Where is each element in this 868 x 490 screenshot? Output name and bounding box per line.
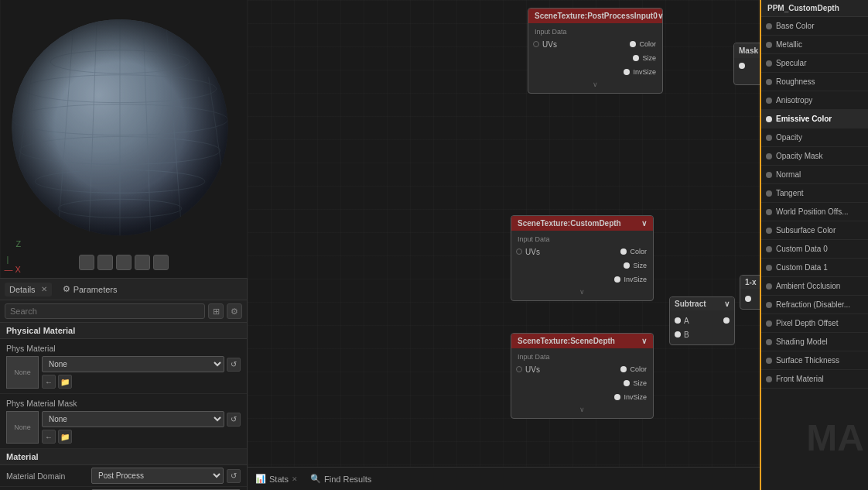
subtract-collapse[interactable]: ∨ [724,300,730,308]
mask-rgb-header: Mask ( R G B ) ∨ [734,43,760,58]
output-emissive-color[interactable]: Emissive Color [761,110,868,128]
blend-mode-row: Blend Mode Opaque [0,487,247,490]
metallic-pin [766,42,772,48]
tab-details-label: Details [9,285,36,294]
svg-text:— X: — X [4,265,21,274]
node-custom-depth-body: Input Data UVs Color Size InvSize ∨ [511,231,653,300]
app-container: Z | — X Details ✕ ⚙ P [0,0,868,490]
node-uvs-row: UVs Color [528,37,662,51]
node-invsize-row: InvSize [528,65,662,79]
world-position-label: World Position Offs... [776,207,849,216]
output-pixel-depth[interactable]: Pixel Depth Offset [761,314,868,333]
phys-material-mask-back-btn[interactable]: ← [42,430,56,444]
custom-data-0-label: Custom Data 0 [776,245,828,253]
find-results-tab[interactable]: 🔍 Find Results [310,474,371,484]
output-world-position[interactable]: World Position Offs... [761,203,868,221]
preview-btn-5[interactable] [153,255,169,270]
svg-text:|: | [6,255,9,264]
output-refraction[interactable]: Refraction (Disabler... [761,296,868,314]
subsurface-pin [766,228,772,234]
scene-depth-invsize-row: InvSize [511,390,653,404]
output-normal[interactable]: Normal [761,166,868,184]
preview-btn-4[interactable] [135,255,150,270]
scene-depth-color-pin [620,366,627,372]
grid-view-btn[interactable]: ⊞ [208,303,224,319]
output-custom-data-0[interactable]: Custom Data 0 [761,240,868,259]
search-bar: ⊞ ⚙ [0,300,247,323]
output-opacity[interactable]: Opacity [761,128,868,147]
one-minus-header: 1-x ∨ [740,276,760,289]
subsurface-label: Subsurface Color [776,226,836,235]
scene-depth-uvs-pin [516,366,522,372]
tabs-bar: Details ✕ ⚙ Parameters [0,279,247,300]
phys-material-reset-btn[interactable]: ↺ [227,358,241,372]
phys-material-dropdown[interactable]: None [42,356,224,372]
search-input[interactable] [5,303,205,319]
metallic-label: Metallic [776,40,802,49]
output-roughness[interactable]: Roughness [761,73,868,91]
invsize-output-pin [624,69,630,75]
stats-tab[interactable]: 📊 Stats ✕ [255,474,298,484]
material-domain-reset-btn[interactable]: ↺ [227,469,241,483]
subtract-title: Subtract [675,300,706,308]
node-scene-tex-custom-depth[interactable]: SceneTexture:CustomDepth ∨ Input Data UV… [511,215,654,301]
one-minus-in-pin [745,296,751,302]
opacity-mask-pin [766,153,772,159]
output-anisotropy[interactable]: Anisotropy [761,91,868,110]
stats-close[interactable]: ✕ [292,475,298,483]
node-scene-tex-postprocess-body: Input Data UVs Color Size InvSize ∨ [528,23,662,93]
custom-depth-expand[interactable]: ∨ [511,286,653,297]
node-graph[interactable]: SceneTexture:PostProcessInput0 ∨ Input D… [248,0,760,490]
mask-rgb-expand[interactable]: ∨ [734,70,760,81]
node-custom-depth-collapse[interactable]: ∨ [641,219,647,228]
scene-depth-expand[interactable]: ∨ [511,404,653,415]
node-mask-rgb[interactable]: Mask ( R G B ) ∨ ∨ [733,43,760,85]
normal-label: Normal [776,170,801,179]
output-specular[interactable]: Specular [761,54,868,73]
phys-material-mask-dropdown[interactable]: None [42,411,224,427]
output-ambient-occlusion[interactable]: Ambient Occlusion [761,277,868,296]
tab-parameters-label: Parameters [73,285,118,294]
tab-parameters[interactable]: ⚙ Parameters [58,282,122,296]
output-shading-model[interactable]: Shading Model [761,333,868,351]
phys-material-control: None None ↺ ← 📁 [6,356,241,389]
node-one-minus[interactable]: 1-x ∨ [740,275,760,310]
preview-btn-1[interactable] [79,255,94,270]
phys-material-browse-btn[interactable]: 📁 [58,375,72,389]
node-scene-tex-postprocess[interactable]: SceneTexture:PostProcessInput0 ∨ Input D… [528,8,663,94]
phys-material-mask-browse-btn[interactable]: 📁 [58,430,72,444]
tangent-pin [766,190,772,197]
node-scene-depth-header: SceneTexture:SceneDepth ∨ [511,334,653,348]
physical-material-header: Physical Material [0,323,247,339]
find-icon: 🔍 [310,474,321,484]
output-surface-thickness[interactable]: Surface Thickness [761,351,868,370]
preview-btn-3[interactable] [116,255,132,270]
settings-btn[interactable]: ⚙ [227,303,242,319]
output-opacity-mask[interactable]: Opacity Mask [761,147,868,166]
base-color-label: Base Color [776,22,814,30]
output-tangent[interactable]: Tangent [761,184,868,203]
output-base-color[interactable]: Base Color [761,17,868,36]
tab-details-close[interactable]: ✕ [41,285,47,293]
preview-btn-2[interactable] [97,255,113,270]
node-scene-tex-scene-depth[interactable]: SceneTexture:SceneDepth ∨ Input Data UVs… [511,333,654,419]
node-expand-btn[interactable]: ∨ [528,79,662,90]
node-custom-depth-title: SceneTexture:CustomDepth [518,219,621,228]
node-scene-depth-collapse[interactable]: ∨ [641,337,647,345]
node-scene-tex-postprocess-header: SceneTexture:PostProcessInput0 ∨ [528,9,662,23]
output-subsurface[interactable]: Subsurface Color [761,221,868,240]
phys-material-back-btn[interactable]: ← [42,375,56,389]
refraction-pin [766,302,772,308]
output-front-material[interactable]: Front Material [761,370,868,389]
output-metallic[interactable]: Metallic [761,36,868,54]
phys-material-mask-thumbnail: None [6,411,39,444]
material-domain-dropdown[interactable]: Post Process [91,468,224,484]
tab-details[interactable]: Details ✕ [5,283,52,296]
custom-depth-uvs-pin [516,248,522,255]
material-section-header: Material [0,449,247,465]
node-collapse-btn[interactable]: ∨ [658,12,663,20]
anisotropy-pin [766,98,772,104]
node-subtract[interactable]: Subtract ∨ A B [669,296,735,345]
output-custom-data-1[interactable]: Custom Data 1 [761,259,868,277]
phys-material-mask-reset-btn[interactable]: ↺ [227,413,241,427]
